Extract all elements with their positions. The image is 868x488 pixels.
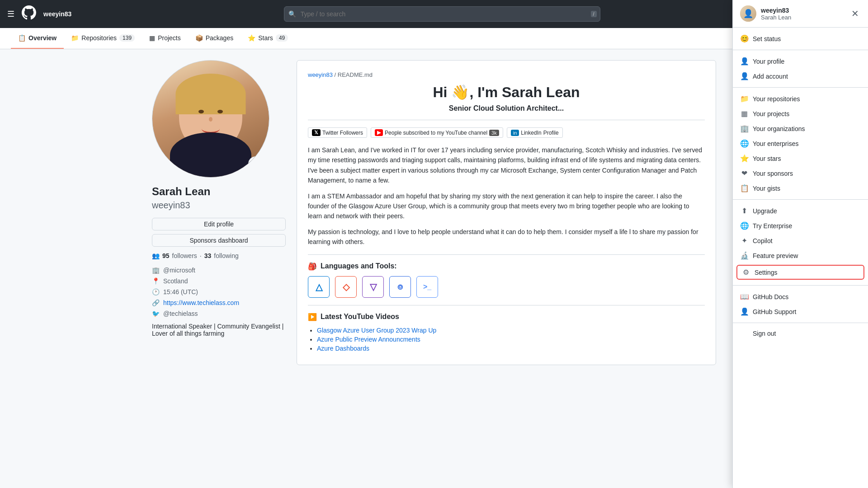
readme-card: weeyin83 / README.md Hi 👋, I'm Sarah Lea… <box>297 60 716 365</box>
sign-out-label: Sign out <box>753 330 776 337</box>
dropdown-github-support[interactable]: 👤 GitHub Support <box>733 304 868 319</box>
youtube-section-title: ▶️ Latest YouTube Videos <box>308 313 705 321</box>
dropdown-your-projects[interactable]: ▦ Your projects <box>733 106 868 121</box>
dropdown-your-sponsors[interactable]: ❤ Your sponsors <box>733 166 868 181</box>
tab-repositories[interactable]: 📁 Repositories 139 <box>64 28 142 49</box>
dropdown-upgrade[interactable]: ⬆ Upgrade <box>733 203 868 218</box>
your-repositories-label: Your repositories <box>753 95 800 103</box>
yt-video-link-1[interactable]: Glasgow Azure User Group 2023 Wrap Up <box>317 327 436 334</box>
dropdown-avatar: 👤 <box>740 5 756 22</box>
yt-video-item-1: Glasgow Azure User Group 2023 Wrap Up <box>317 327 705 334</box>
readme-divider-1 <box>308 254 705 255</box>
dropdown-section-signout: Sign out <box>733 323 868 344</box>
tab-projects[interactable]: ▦ Projects <box>142 28 188 49</box>
git-icon: ◇ <box>335 276 357 298</box>
youtube-section-title-text: Latest YouTube Videos <box>321 313 399 321</box>
emoji-status-button[interactable]: 😊 <box>248 156 263 171</box>
dropdown-your-repositories[interactable]: 📁 Your repositories <box>733 91 868 106</box>
main-content: 😊 Sarah Lean weeyin83 Edit profile Spons… <box>145 49 723 383</box>
hamburger-menu-button[interactable]: ☰ <box>7 9 14 19</box>
twitter-badge: 𝕏 Twitter Followers <box>308 127 367 138</box>
yt-video-link-3[interactable]: Azure Dashboards <box>317 345 369 352</box>
followers-label: followers <box>172 252 197 259</box>
dropdown-fullname: Sarah Lean <box>761 14 845 21</box>
feature-preview-label: Feature preview <box>753 252 798 259</box>
youtube-video-list: Glasgow Azure User Group 2023 Wrap Up Az… <box>308 327 705 352</box>
dropdown-close-button[interactable]: ✕ <box>849 6 861 21</box>
your-sponsors-label: Your sponsors <box>753 170 793 177</box>
your-gists-icon: 📋 <box>740 184 748 192</box>
profile-login: weeyin83 <box>152 200 286 211</box>
your-gists-label: Your gists <box>753 185 780 192</box>
upgrade-icon: ⬆ <box>740 206 748 215</box>
main-area: weeyin83 / README.md Hi 👋, I'm Sarah Lea… <box>297 60 716 372</box>
dropdown-set-status[interactable]: 😊 Set status <box>733 31 868 46</box>
dropdown-sign-out[interactable]: Sign out <box>733 327 868 340</box>
breadcrumb-user-link[interactable]: weeyin83 <box>308 71 333 78</box>
dropdown-your-organizations[interactable]: 🏢 Your organizations <box>733 121 868 136</box>
edit-profile-button[interactable]: Edit profile <box>152 218 286 230</box>
dropdown-add-account[interactable]: 👤 Add account <box>733 69 868 84</box>
profile-bio: International Speaker | Community Evange… <box>152 323 286 337</box>
dropdown-your-profile[interactable]: 👤 Your profile <box>733 54 868 69</box>
user-dropdown-menu: 👤 weeyin83 Sarah Lean ✕ 😊 Set status 👤 Y… <box>732 0 868 383</box>
youtube-count: 3k <box>489 130 499 136</box>
readme-badges: 𝕏 Twitter Followers ▶ People subscribed … <box>308 127 705 138</box>
dropdown-section-account: 👤 Your profile 👤 Add account <box>733 50 868 88</box>
your-stars-label: Your stars <box>753 155 781 162</box>
meta-company: 🏢 @microsoft <box>152 267 286 274</box>
search-bar: 🔍 / <box>284 6 600 22</box>
dropdown-section-tools: ⬆ Upgrade 🌐 Try Enterprise ✦ Copilot 🔬 F… <box>733 200 868 286</box>
yt-video-item-3: Azure Dashboards <box>317 345 705 352</box>
copilot-icon: ✦ <box>740 236 748 245</box>
readme-para-2: I am a STEM Ambassador and am hopeful th… <box>308 191 705 221</box>
language-icons: △ ◇ ▽ ⌾ >_ <box>308 276 705 298</box>
location-icon: 📍 <box>152 277 160 285</box>
dropdown-section-your-things: 📁 Your repositories ▦ Your projects 🏢 Yo… <box>733 88 868 200</box>
linkedin-label: LinkedIn <box>521 130 541 136</box>
avatar-container: 😊 <box>152 60 286 178</box>
dropdown-your-gists[interactable]: 📋 Your gists <box>733 181 868 196</box>
linkedin-badge: in LinkedIn Profile <box>507 127 563 138</box>
your-sponsors-icon: ❤ <box>740 169 748 178</box>
followers-count[interactable]: 95 <box>162 252 170 259</box>
yt-video-link-2[interactable]: Azure Public Preview Announcments <box>317 336 420 343</box>
tab-overview[interactable]: 📋 Overview <box>11 28 64 49</box>
nav-username[interactable]: weeyin83 <box>43 10 71 18</box>
tab-packages-label: Packages <box>206 34 233 42</box>
azure-icon: △ <box>308 276 330 298</box>
dropdown-settings[interactable]: ⚙ Settings <box>736 265 864 280</box>
profile-name: Sarah Lean <box>152 185 286 198</box>
tab-packages[interactable]: 📦 Packages <box>188 28 241 49</box>
linkedin-icon: in <box>511 130 519 136</box>
github-logo <box>22 5 36 23</box>
repositories-icon: 📁 <box>71 34 79 42</box>
dropdown-your-enterprises[interactable]: 🌐 Your enterprises <box>733 136 868 151</box>
website-link[interactable]: https://www.techielass.com <box>163 299 239 306</box>
readme-title: Hi 👋, I'm Sarah Lean <box>308 84 705 101</box>
dropdown-your-stars[interactable]: ⭐ Your stars <box>733 151 868 166</box>
readme-breadcrumb: weeyin83 / README.md <box>308 71 705 78</box>
dropdown-copilot[interactable]: ✦ Copilot <box>733 233 868 248</box>
avatar: 😊 <box>152 60 269 178</box>
clock-icon: 🕐 <box>152 288 160 296</box>
twitter-badge-label: Twitter Followers <box>322 130 363 136</box>
set-status-label: Set status <box>753 35 781 42</box>
dropdown-try-enterprise[interactable]: 🌐 Try Enterprise <box>733 218 868 233</box>
your-stars-icon: ⭐ <box>740 154 748 163</box>
meta-time: 🕐 15:46 (UTC) <box>152 288 286 296</box>
tab-stars[interactable]: ⭐ Stars 49 <box>241 28 295 49</box>
your-organizations-icon: 🏢 <box>740 124 748 133</box>
dropdown-feature-preview[interactable]: 🔬 Feature preview <box>733 248 868 263</box>
readme-divider-2 <box>308 305 705 305</box>
youtube-badge-label: People subscribed to my YouTube channel <box>385 130 487 136</box>
dropdown-github-docs[interactable]: 📖 GitHub Docs <box>733 289 868 304</box>
your-enterprises-icon: 🌐 <box>740 139 748 148</box>
readme-subtitle: Senior Cloud Solution Architect... <box>308 104 705 120</box>
dropdown-section-status: 😊 Set status <box>733 28 868 50</box>
set-status-icon: 😊 <box>740 34 748 43</box>
terraform-icon: ▽ <box>362 276 384 298</box>
sponsors-dashboard-button[interactable]: Sponsors dashboard <box>152 234 286 247</box>
following-count[interactable]: 33 <box>204 252 212 259</box>
search-input[interactable] <box>284 6 600 22</box>
